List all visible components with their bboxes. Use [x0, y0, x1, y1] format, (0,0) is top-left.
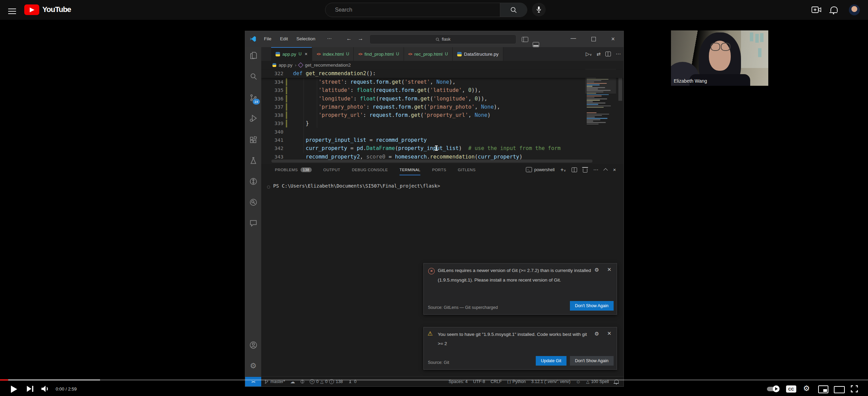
terminal-decoration [267, 186, 270, 189]
comments-icon[interactable] [245, 216, 261, 230]
more-actions-icon[interactable]: ⋯ [616, 51, 621, 57]
kill-terminal-icon[interactable] [583, 168, 587, 173]
miniplayer-button[interactable] [818, 385, 828, 393]
tab-terminal[interactable]: TERMINAL [400, 164, 420, 175]
vscode-titlebar: File Edit Selection ⋯ ← → flask — × [245, 31, 624, 47]
accounts-icon[interactable] [245, 338, 261, 352]
python-file-icon [272, 63, 276, 67]
close-button[interactable]: × [611, 36, 615, 43]
menu-more[interactable]: ⋯ [327, 36, 332, 41]
webcam-overlay: Elizabeth Wang [671, 30, 768, 86]
gitlens-icon[interactable] [245, 175, 261, 188]
code-line-335[interactable]: 335 'latitude': float(request.form.get('… [261, 86, 624, 94]
code-line-322[interactable]: 322def get_recommendation2(): [261, 69, 624, 78]
breadcrumb[interactable]: app.py › get_recommendation2 [261, 61, 624, 69]
menu-edit[interactable]: Edit [280, 36, 288, 41]
html-file-icon: <> [317, 52, 320, 56]
tab-problems[interactable]: PROBLEMS 138 [275, 164, 312, 175]
maximize-panel-icon[interactable] [603, 168, 608, 173]
maximize-button[interactable] [591, 37, 596, 41]
gitlens-inspect-icon[interactable] [245, 195, 261, 209]
search-bar [325, 3, 527, 17]
update-git-button[interactable]: Update Git [536, 356, 566, 366]
glasses-right-lens [721, 43, 730, 51]
fullscreen-button[interactable] [850, 385, 858, 394]
code-line-341[interactable]: 341 property_input_list = recommd_proper… [261, 136, 624, 144]
tab-gitlens[interactable]: GITLENS [458, 164, 476, 175]
search-icon[interactable] [245, 70, 261, 83]
user-avatar[interactable] [849, 4, 860, 15]
terminal-prompt[interactable]: PS C:\Users\Elizabeth\Documents\SI507\Fi… [273, 183, 440, 189]
autoplay-toggle[interactable] [767, 387, 779, 391]
split-editor-icon[interactable] [605, 52, 611, 56]
volume-button[interactable] [40, 383, 51, 396]
code-line-342[interactable]: 342 curr_property = pd.DataFrame(propert… [261, 144, 624, 152]
sticky-scroll-line[interactable]: 322def get_recommendation2(): [261, 69, 624, 78]
extensions-icon[interactable] [245, 133, 261, 147]
search-button[interactable] [500, 3, 527, 17]
testing-icon[interactable] [245, 154, 261, 167]
menu-icon[interactable] [8, 7, 16, 16]
tab-datastructure-py[interactable]: DataStructure.py [453, 47, 503, 61]
tab-app-py[interactable]: app.py U × [271, 47, 312, 61]
code-line-339[interactable]: 339 } [261, 119, 624, 127]
code-line-337[interactable]: 337 'primary_photo': request.form.get('p… [261, 103, 624, 111]
notification-message: You seem to have git "1.9.5.msysgit.1" i… [438, 330, 588, 348]
tab-rec-prop-html[interactable]: <> rec_prop.html U [404, 47, 453, 61]
run-python-icon[interactable]: ▷∨ [586, 51, 592, 57]
dont-show-again-button[interactable]: Don't Show Again [570, 356, 614, 366]
minimap[interactable] [587, 70, 615, 124]
close-icon[interactable]: ✕ [607, 267, 612, 273]
remote-indicator[interactable]: >< [245, 377, 261, 386]
notifications-icon[interactable] [830, 6, 838, 12]
close-icon[interactable]: ✕ [607, 330, 612, 337]
settings-gear-icon[interactable]: ⚙ [245, 359, 261, 373]
open-changes-icon[interactable]: ⇄ [597, 51, 601, 57]
forward-icon[interactable]: → [358, 36, 363, 42]
toggle-sidebar-icon[interactable] [522, 37, 528, 42]
video-progress-bar[interactable] [0, 379, 868, 381]
source-control-icon[interactable]: 24 [245, 91, 261, 105]
toggle-panel-icon[interactable] [533, 42, 539, 47]
code-line-334[interactable]: 334 'street': request.form.get('street',… [261, 78, 624, 86]
new-terminal-icon[interactable]: +∨ [560, 167, 566, 173]
search-input[interactable] [334, 4, 486, 15]
gear-icon[interactable]: ⚙ [594, 267, 599, 273]
split-terminal-icon[interactable] [572, 167, 577, 172]
tab-output[interactable]: OUTPUT [323, 164, 340, 175]
code-line-336[interactable]: 336 'longitude': float(request.form.get(… [261, 95, 624, 103]
command-search-box[interactable]: flask [369, 35, 516, 44]
back-icon[interactable]: ← [346, 36, 352, 42]
theater-mode-button[interactable] [834, 386, 845, 393]
code-line-340[interactable]: 340 [261, 128, 624, 136]
tab-close-icon[interactable]: × [305, 51, 307, 57]
tab-index-html[interactable]: <> index.html U [312, 47, 354, 61]
code-line-338[interactable]: 338 'property_url': request.form.get('pr… [261, 111, 624, 119]
minimize-button[interactable]: — [571, 35, 576, 41]
play-button[interactable] [8, 383, 19, 396]
activity-bar: 24 ⚙ [245, 47, 261, 377]
symbol-method-icon [298, 62, 304, 68]
notification-source: Source: Git [428, 360, 449, 365]
create-button[interactable] [811, 6, 822, 15]
settings-gear-icon[interactable]: ⚙ [803, 384, 810, 393]
explorer-icon[interactable] [245, 49, 261, 62]
menu-selection[interactable]: Selection [296, 36, 316, 41]
subtitles-button[interactable]: CC [786, 385, 796, 393]
gear-icon[interactable]: ⚙ [594, 331, 599, 337]
mouse-cursor [436, 146, 437, 151]
next-button[interactable] [25, 383, 36, 396]
tab-ports[interactable]: PORTS [432, 164, 446, 175]
run-debug-icon[interactable] [245, 111, 261, 125]
mic-button[interactable] [532, 3, 546, 16]
more-actions-icon[interactable]: ⋯ [593, 167, 598, 173]
tab-find-prop-html[interactable]: <> find_prop.html U [354, 47, 404, 61]
close-panel-icon[interactable]: × [613, 167, 616, 173]
git-status-badge: U [396, 52, 399, 56]
code-editor[interactable]: 322def get_recommendation2(): 334 'stree… [261, 69, 624, 164]
dont-show-again-button[interactable]: Don't Show Again [570, 301, 614, 311]
menu-file[interactable]: File [264, 36, 271, 41]
tab-debug-console[interactable]: DEBUG CONSOLE [352, 164, 388, 175]
notification-git-version: ⚠ You seem to have git "1.9.5.msysgit.1"… [423, 327, 617, 370]
editor-actions: ▷∨ ⇄ ⋯ [586, 47, 621, 61]
